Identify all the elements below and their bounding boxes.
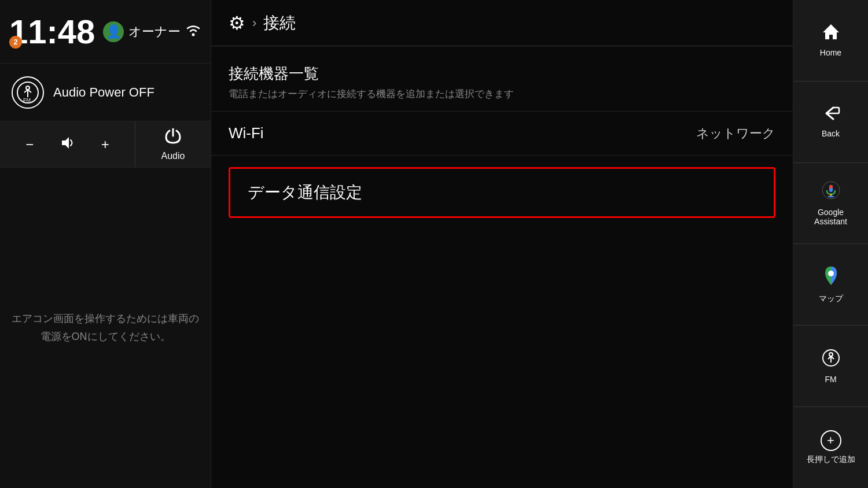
user-name: オーナー [128,23,181,40]
svg-point-11 [828,271,834,276]
settings-item-data[interactable]: データ通信設定 [229,167,775,218]
sidebar-google-assistant-label: Google Assistant [814,208,847,226]
google-assistant-icon [821,180,841,204]
svg-marker-4 [62,137,69,149]
power-icon [164,127,182,149]
volume-minus-icon: − [25,136,34,153]
plus-symbol: + [827,433,834,448]
main-content: ⚙ › 接続 接続機器一覧 電話またはオーディオに接続する機器を追加または選択で… [211,0,793,488]
top-bar: 11:48 2 👤 オーナー [0,0,211,64]
climate-message-text: エアコン画面を操作するためには車両の電源をONにしてください。 [12,310,199,345]
sidebar-item-fm[interactable]: FM [793,326,868,407]
devices-title: 接続機器一覧 [229,64,775,84]
gear-icon: ⚙ [229,12,245,34]
audio-power-text: Audio Power OFF [53,85,155,100]
wifi-label: Wi-Fi [229,124,264,142]
sidebar-item-maps[interactable]: マップ [793,244,868,326]
volume-up-button[interactable]: + [76,121,135,167]
sidebar-back-label: Back [822,129,840,138]
right-sidebar: Home Back Google Assistant [793,0,868,488]
breadcrumb-title: 接続 [263,12,296,34]
add-icon: + [821,430,841,451]
volume-button-group: − + [0,121,135,167]
data-settings-label: データ通信設定 [248,183,362,201]
fm-circle-icon: FM [12,76,44,109]
notification-badge: 2 [9,36,22,49]
wifi-value: ネットワーク [696,125,775,142]
home-icon [822,23,840,45]
sidebar-item-add[interactable]: + 長押しで追加 [793,407,868,488]
fm-radio-icon [822,349,840,371]
sidebar-maps-label: マップ [819,294,843,304]
svg-text:FM: FM [23,97,31,103]
breadcrumb: ⚙ › 接続 [211,0,793,46]
audio-power-row[interactable]: FM Audio Power OFF [0,64,211,121]
left-panel: 11:48 2 👤 オーナー FM [0,0,211,488]
maps-icon [822,265,840,290]
sidebar-fm-label: FM [825,375,836,384]
back-icon [822,105,840,125]
user-info[interactable]: 👤 オーナー [103,21,181,42]
wifi-icon [185,24,201,39]
sidebar-item-home[interactable]: Home [793,0,868,82]
audio-button-label: Audio [161,151,185,161]
audio-power-button[interactable]: Audio [135,121,211,167]
volume-controls: − + Audio [0,121,211,168]
climate-message: エアコン画面を操作するためには車両の電源をONにしてください。 [0,168,211,488]
time-display: 11:48 [9,13,95,50]
settings-list: 接続機器一覧 電話またはオーディオに接続する機器を追加または選択できます Wi-… [211,46,793,488]
sidebar-item-google-assistant[interactable]: Google Assistant [793,163,868,245]
svg-marker-5 [823,24,839,39]
clock: 11:48 2 [9,15,95,49]
speaker-icon [60,136,76,153]
settings-item-wifi[interactable]: Wi-Fi ネットワーク [211,112,793,156]
sidebar-add-label: 長押しで追加 [807,454,855,465]
settings-item-devices[interactable]: 接続機器一覧 電話またはオーディオに接続する機器を追加または選択できます [211,52,793,112]
volume-plus-icon: + [101,136,109,153]
devices-desc: 電話またはオーディオに接続する機器を追加または選択できます [229,87,775,101]
avatar: 👤 [103,21,124,42]
svg-point-0 [192,34,195,36]
sidebar-item-back[interactable]: Back [793,82,868,163]
volume-down-button[interactable]: − [0,121,60,167]
chevron-icon: › [252,16,256,31]
svg-rect-8 [829,185,833,188]
sidebar-home-label: Home [820,48,841,57]
